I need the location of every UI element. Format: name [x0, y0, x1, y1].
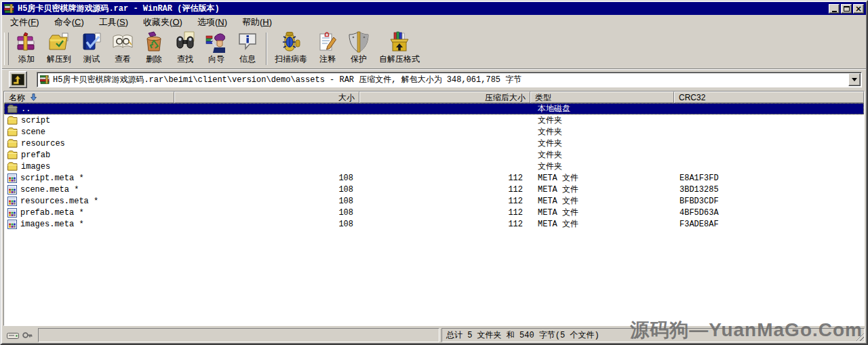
info-icon [237, 31, 258, 53]
meta-file-icon [7, 208, 17, 218]
file-row[interactable]: scene.meta * 108 112 META 文件 3BD13285 [4, 184, 864, 195]
toolbar-separator [266, 33, 267, 65]
menu-bar: 文件(F) 命令(C) 工具(S) 收藏夹(O) 选项(N) 帮助(H) [2, 15, 866, 29]
meta-file-icon [7, 197, 17, 206]
maximize-button[interactable] [841, 4, 852, 14]
key-icon [22, 331, 33, 340]
meta-file-icon [7, 185, 17, 195]
file-row[interactable]: prefab 文件夹 [4, 149, 864, 161]
file-row[interactable]: script.meta * 108 112 META 文件 E8A1F3FD [4, 172, 864, 184]
close-button[interactable]: × [853, 4, 864, 14]
status-totals-text: 总计 5 文件夹 和 540 字节(5 个文件) [446, 329, 599, 341]
delete-button[interactable]: 删除 [138, 29, 170, 68]
column-header-size[interactable]: 大小 [174, 92, 359, 103]
archive-path-text: H5房卡贝密棋牌游戏源码.rar\beimi\client\version\de… [53, 74, 846, 85]
wizard-icon [205, 31, 227, 53]
protect-icon [348, 31, 370, 53]
scan-virus-icon [280, 31, 302, 53]
up-dir-icon [12, 74, 24, 85]
file-row[interactable]: script 文件夹 [4, 115, 864, 126]
menu-options[interactable]: 选项(N) [193, 15, 231, 30]
winrar-window: H5房卡贝密棋牌游戏源码.rar - WinRAR (评估版本) × 文件(F)… [0, 0, 868, 345]
comment-icon [317, 31, 338, 53]
extract-to-button[interactable]: 解压到 [42, 29, 76, 68]
wizard-button[interactable]: 向导 [201, 29, 232, 68]
folder-icon [7, 139, 18, 148]
window-title: H5房卡贝密棋牌游戏源码.rar - WinRAR (评估版本) [18, 3, 829, 14]
folder-icon [7, 162, 18, 171]
column-header-packed[interactable]: 压缩后大小 [359, 92, 530, 103]
winrar-logo-icon [4, 4, 15, 14]
toolbar-grip[interactable] [4, 33, 9, 65]
delete-icon [143, 31, 165, 53]
folder-icon [7, 116, 18, 125]
path-dropdown-button[interactable] [848, 73, 861, 86]
scan-virus-button[interactable]: 扫描病毒 [270, 29, 312, 68]
maximize-icon [844, 6, 850, 12]
dropdown-arrow-icon [852, 78, 857, 84]
up-directory-button[interactable] [9, 71, 27, 88]
add-button[interactable]: 添加 [11, 29, 42, 68]
file-list: .. 本地磁盘 script 文件夹 [4, 103, 864, 325]
column-headers: 名称 大小 压缩后大小 类型 CRC32 [4, 92, 864, 103]
folder-icon [7, 150, 18, 159]
menu-commands[interactable]: 命令(C) [50, 15, 88, 30]
sfx-button[interactable]: 自解压格式 [374, 29, 425, 68]
meta-file-icon [7, 220, 17, 229]
menu-file[interactable]: 文件(F) [6, 15, 43, 30]
drive-icon [7, 331, 19, 340]
menu-help[interactable]: 帮助(H) [238, 15, 276, 30]
test-button[interactable]: 测试 [76, 29, 107, 68]
archive-path-combobox[interactable]: H5房卡贝密棋牌游戏源码.rar\beimi\client\version\de… [37, 72, 862, 87]
meta-file-icon [7, 174, 17, 183]
file-row[interactable]: scene 文件夹 [4, 126, 864, 138]
column-header-type[interactable]: 类型 [530, 92, 674, 103]
minimize-icon [832, 11, 837, 12]
winrar-mini-icon [40, 75, 50, 85]
file-row[interactable]: images.meta * 108 112 META 文件 F3ADE8AF [4, 218, 864, 230]
menu-tools[interactable]: 工具(S) [95, 15, 132, 30]
column-header-name[interactable]: 名称 [4, 92, 174, 103]
status-message-panel [38, 328, 439, 342]
toolbar: 添加 解压到 测试 [2, 29, 866, 69]
add-icon [16, 31, 37, 53]
minimize-button[interactable] [829, 4, 840, 14]
close-icon: × [855, 4, 862, 14]
status-totals-panel: 总计 5 文件夹 和 540 字节(5 个文件) [441, 328, 865, 342]
titlebar[interactable]: H5房卡贝密棋牌游戏源码.rar - WinRAR (评估版本) × [2, 2, 866, 15]
address-bar: H5房卡贝密棋牌游戏源码.rar\beimi\client\version\de… [2, 69, 866, 90]
file-row[interactable]: images 文件夹 [4, 161, 864, 172]
column-header-crc[interactable]: CRC32 [674, 92, 864, 103]
file-list-panel: 名称 大小 压缩后大小 类型 CRC32 .. [3, 91, 865, 326]
file-row[interactable]: resources.meta * 108 112 META 文件 BFBD3CD… [4, 195, 864, 207]
file-row[interactable]: resources 文件夹 [4, 138, 864, 149]
sfx-icon [389, 31, 410, 53]
view-button[interactable]: 查看 [107, 29, 138, 68]
status-bar: 总计 5 文件夹 和 540 字节(5 个文件) [2, 327, 866, 343]
menu-favorites[interactable]: 收藏夹(O) [139, 15, 186, 30]
view-icon [112, 31, 134, 53]
sort-down-arrow-icon [31, 94, 37, 101]
file-row-parent[interactable]: .. 本地磁盘 [4, 103, 864, 115]
protect-button[interactable]: 保护 [343, 29, 374, 68]
info-button[interactable]: 信息 [232, 29, 263, 68]
folder-icon [7, 127, 18, 136]
file-row[interactable]: prefab.meta * 108 112 META 文件 4BF5D63A [4, 207, 864, 218]
find-button[interactable]: 查找 [170, 29, 201, 68]
comment-button[interactable]: 注释 [312, 29, 343, 68]
find-icon [174, 31, 196, 53]
test-icon [81, 31, 102, 53]
folder-up-icon [7, 104, 18, 113]
extract-to-icon [48, 31, 70, 53]
